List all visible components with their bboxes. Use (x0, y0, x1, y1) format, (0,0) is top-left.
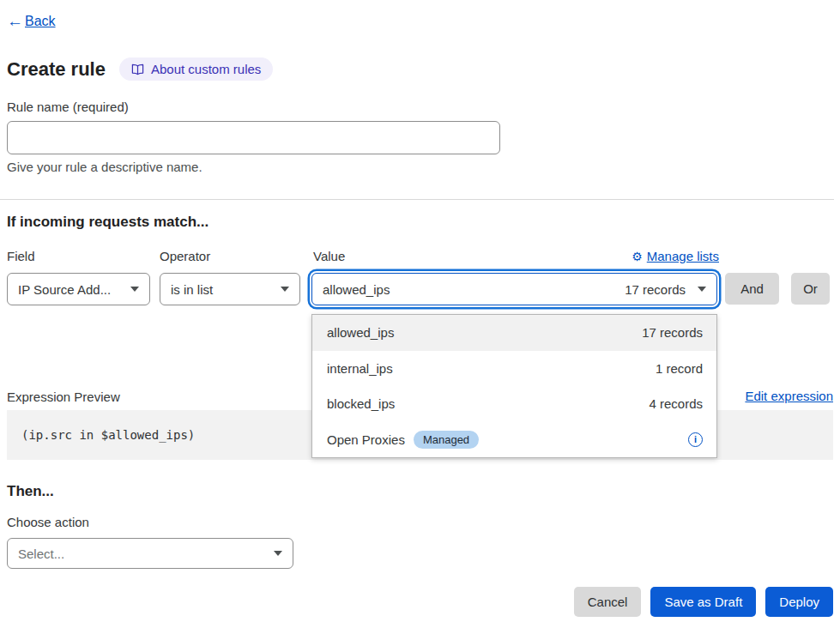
rule-name-input[interactable] (7, 121, 500, 154)
footer-actions: Cancel Save as Draft Deploy (574, 587, 833, 617)
dropdown-option-internal-ips[interactable]: internal_ips 1 record (312, 351, 716, 387)
managed-badge: Managed (414, 431, 479, 449)
value-select[interactable]: allowed_ips 17 records (311, 273, 717, 305)
and-button[interactable]: And (725, 273, 779, 305)
save-as-draft-button[interactable]: Save as Draft (650, 587, 756, 617)
or-button[interactable]: Or (791, 273, 830, 305)
action-select-placeholder: Select... (18, 546, 64, 561)
operator-select[interactable]: is in list (160, 273, 300, 305)
operator-select-value: is in list (171, 282, 213, 297)
value-dropdown-menu: allowed_ips 17 records internal_ips 1 re… (311, 314, 717, 458)
option-records: 4 records (649, 396, 703, 411)
manage-lists-link[interactable]: ⚙ Manage lists (632, 249, 719, 263)
chevron-down-icon (281, 287, 289, 292)
expression-preview-label: Expression Preview (7, 389, 120, 404)
back-navigation[interactable]: ← Back (7, 14, 56, 29)
gear-icon: ⚙ (632, 250, 643, 263)
chevron-down-icon (698, 287, 706, 292)
rule-name-helper: Give your rule a descriptive name. (7, 160, 202, 174)
dropdown-option-blocked-ips[interactable]: blocked_ips 4 records (312, 386, 716, 422)
option-name: Open Proxies (327, 432, 405, 447)
value-select-value: allowed_ips (323, 282, 390, 297)
page-title: Create rule (7, 58, 106, 81)
chevron-down-icon (130, 287, 139, 292)
info-icon[interactable]: i (688, 432, 703, 447)
rule-name-label: Rule name (required) (7, 100, 129, 114)
deploy-button[interactable]: Deploy (765, 587, 833, 617)
field-select-value: IP Source Add... (18, 282, 111, 297)
then-section-heading: Then... (7, 483, 54, 500)
field-label: Field (7, 249, 35, 263)
value-label: Value (313, 249, 345, 263)
edit-expression-link[interactable]: Edit expression (745, 389, 833, 403)
option-records: 1 record (656, 361, 703, 376)
option-records: 17 records (642, 325, 703, 340)
option-name: internal_ips (327, 361, 393, 376)
dropdown-option-allowed-ips[interactable]: allowed_ips 17 records (312, 315, 716, 351)
section-divider (0, 199, 834, 200)
match-section-heading: If incoming requests match... (7, 214, 208, 231)
choose-action-label: Choose action (7, 515, 89, 529)
create-rule-page: ← Back Create rule About custom rules Ru… (0, 0, 840, 634)
about-custom-rules-link[interactable]: About custom rules (119, 57, 273, 81)
action-select[interactable]: Select... (7, 538, 293, 569)
value-select-records: 17 records (625, 282, 686, 297)
back-arrow-icon: ← (7, 13, 23, 29)
about-badge-label: About custom rules (151, 62, 261, 76)
book-icon (131, 63, 144, 75)
dropdown-option-open-proxies[interactable]: Open Proxies Managed i (312, 422, 716, 458)
operator-label: Operator (160, 249, 210, 263)
option-name: allowed_ips (327, 325, 394, 340)
expression-code: (ip.src in $allowed_ips) (7, 428, 195, 442)
field-select[interactable]: IP Source Add... (7, 273, 150, 305)
cancel-button[interactable]: Cancel (574, 587, 642, 617)
manage-lists-label: Manage lists (647, 249, 719, 263)
back-link[interactable]: Back (25, 14, 56, 29)
option-name: blocked_ips (327, 396, 395, 411)
chevron-down-icon (274, 551, 282, 556)
